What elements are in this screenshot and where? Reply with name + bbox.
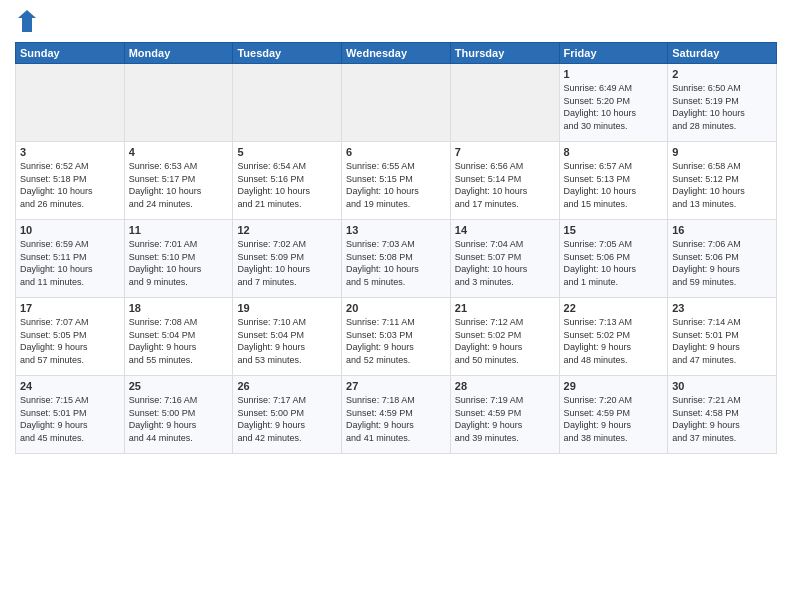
logo-icon (18, 10, 36, 36)
calendar-cell: 25Sunrise: 7:16 AM Sunset: 5:00 PM Dayli… (124, 376, 233, 454)
day-number: 16 (672, 224, 772, 236)
day-number: 24 (20, 380, 120, 392)
calendar-cell: 18Sunrise: 7:08 AM Sunset: 5:04 PM Dayli… (124, 298, 233, 376)
day-number: 27 (346, 380, 446, 392)
calendar-cell: 9Sunrise: 6:58 AM Sunset: 5:12 PM Daylig… (668, 142, 777, 220)
day-info: Sunrise: 6:55 AM Sunset: 5:15 PM Dayligh… (346, 160, 446, 210)
calendar-cell: 15Sunrise: 7:05 AM Sunset: 5:06 PM Dayli… (559, 220, 668, 298)
calendar-cell: 5Sunrise: 6:54 AM Sunset: 5:16 PM Daylig… (233, 142, 342, 220)
day-number: 5 (237, 146, 337, 158)
day-number: 9 (672, 146, 772, 158)
day-info: Sunrise: 7:08 AM Sunset: 5:04 PM Dayligh… (129, 316, 229, 366)
calendar-cell (342, 64, 451, 142)
calendar-cell: 3Sunrise: 6:52 AM Sunset: 5:18 PM Daylig… (16, 142, 125, 220)
calendar-cell: 11Sunrise: 7:01 AM Sunset: 5:10 PM Dayli… (124, 220, 233, 298)
weekday-header-sunday: Sunday (16, 43, 125, 64)
day-info: Sunrise: 7:06 AM Sunset: 5:06 PM Dayligh… (672, 238, 772, 288)
day-info: Sunrise: 7:20 AM Sunset: 4:59 PM Dayligh… (564, 394, 664, 444)
calendar-cell: 16Sunrise: 7:06 AM Sunset: 5:06 PM Dayli… (668, 220, 777, 298)
day-number: 1 (564, 68, 664, 80)
day-number: 17 (20, 302, 120, 314)
calendar-cell (450, 64, 559, 142)
day-number: 15 (564, 224, 664, 236)
day-number: 12 (237, 224, 337, 236)
day-number: 13 (346, 224, 446, 236)
day-info: Sunrise: 7:19 AM Sunset: 4:59 PM Dayligh… (455, 394, 555, 444)
day-info: Sunrise: 6:54 AM Sunset: 5:16 PM Dayligh… (237, 160, 337, 210)
calendar-cell: 12Sunrise: 7:02 AM Sunset: 5:09 PM Dayli… (233, 220, 342, 298)
day-info: Sunrise: 6:50 AM Sunset: 5:19 PM Dayligh… (672, 82, 772, 132)
day-info: Sunrise: 6:57 AM Sunset: 5:13 PM Dayligh… (564, 160, 664, 210)
svg-marker-0 (18, 10, 36, 32)
calendar-cell: 10Sunrise: 6:59 AM Sunset: 5:11 PM Dayli… (16, 220, 125, 298)
calendar-cell: 26Sunrise: 7:17 AM Sunset: 5:00 PM Dayli… (233, 376, 342, 454)
calendar-week-3: 10Sunrise: 6:59 AM Sunset: 5:11 PM Dayli… (16, 220, 777, 298)
calendar-cell: 23Sunrise: 7:14 AM Sunset: 5:01 PM Dayli… (668, 298, 777, 376)
day-number: 14 (455, 224, 555, 236)
weekday-header-tuesday: Tuesday (233, 43, 342, 64)
calendar-cell (233, 64, 342, 142)
day-number: 8 (564, 146, 664, 158)
day-info: Sunrise: 7:05 AM Sunset: 5:06 PM Dayligh… (564, 238, 664, 288)
calendar-table: SundayMondayTuesdayWednesdayThursdayFrid… (15, 42, 777, 454)
calendar-cell: 8Sunrise: 6:57 AM Sunset: 5:13 PM Daylig… (559, 142, 668, 220)
calendar-cell: 20Sunrise: 7:11 AM Sunset: 5:03 PM Dayli… (342, 298, 451, 376)
day-number: 2 (672, 68, 772, 80)
day-info: Sunrise: 7:12 AM Sunset: 5:02 PM Dayligh… (455, 316, 555, 366)
calendar-cell: 4Sunrise: 6:53 AM Sunset: 5:17 PM Daylig… (124, 142, 233, 220)
weekday-header-thursday: Thursday (450, 43, 559, 64)
day-info: Sunrise: 6:56 AM Sunset: 5:14 PM Dayligh… (455, 160, 555, 210)
calendar-cell: 28Sunrise: 7:19 AM Sunset: 4:59 PM Dayli… (450, 376, 559, 454)
calendar-cell: 19Sunrise: 7:10 AM Sunset: 5:04 PM Dayli… (233, 298, 342, 376)
day-info: Sunrise: 7:11 AM Sunset: 5:03 PM Dayligh… (346, 316, 446, 366)
calendar-cell: 24Sunrise: 7:15 AM Sunset: 5:01 PM Dayli… (16, 376, 125, 454)
weekday-header-saturday: Saturday (668, 43, 777, 64)
day-number: 30 (672, 380, 772, 392)
day-info: Sunrise: 7:18 AM Sunset: 4:59 PM Dayligh… (346, 394, 446, 444)
day-number: 10 (20, 224, 120, 236)
day-info: Sunrise: 7:13 AM Sunset: 5:02 PM Dayligh… (564, 316, 664, 366)
calendar-week-5: 24Sunrise: 7:15 AM Sunset: 5:01 PM Dayli… (16, 376, 777, 454)
day-number: 26 (237, 380, 337, 392)
day-number: 18 (129, 302, 229, 314)
logo (15, 14, 36, 36)
day-info: Sunrise: 7:14 AM Sunset: 5:01 PM Dayligh… (672, 316, 772, 366)
day-number: 3 (20, 146, 120, 158)
weekday-header-wednesday: Wednesday (342, 43, 451, 64)
day-number: 19 (237, 302, 337, 314)
calendar-cell: 29Sunrise: 7:20 AM Sunset: 4:59 PM Dayli… (559, 376, 668, 454)
calendar-cell: 1Sunrise: 6:49 AM Sunset: 5:20 PM Daylig… (559, 64, 668, 142)
weekday-header-monday: Monday (124, 43, 233, 64)
day-info: Sunrise: 7:15 AM Sunset: 5:01 PM Dayligh… (20, 394, 120, 444)
calendar-cell: 2Sunrise: 6:50 AM Sunset: 5:19 PM Daylig… (668, 64, 777, 142)
day-info: Sunrise: 7:21 AM Sunset: 4:58 PM Dayligh… (672, 394, 772, 444)
calendar-cell: 30Sunrise: 7:21 AM Sunset: 4:58 PM Dayli… (668, 376, 777, 454)
day-number: 4 (129, 146, 229, 158)
day-info: Sunrise: 7:10 AM Sunset: 5:04 PM Dayligh… (237, 316, 337, 366)
day-info: Sunrise: 6:58 AM Sunset: 5:12 PM Dayligh… (672, 160, 772, 210)
calendar-cell: 21Sunrise: 7:12 AM Sunset: 5:02 PM Dayli… (450, 298, 559, 376)
day-info: Sunrise: 7:02 AM Sunset: 5:09 PM Dayligh… (237, 238, 337, 288)
calendar-week-1: 1Sunrise: 6:49 AM Sunset: 5:20 PM Daylig… (16, 64, 777, 142)
calendar-cell: 14Sunrise: 7:04 AM Sunset: 5:07 PM Dayli… (450, 220, 559, 298)
calendar-cell: 6Sunrise: 6:55 AM Sunset: 5:15 PM Daylig… (342, 142, 451, 220)
day-number: 21 (455, 302, 555, 314)
calendar-cell (16, 64, 125, 142)
calendar-week-4: 17Sunrise: 7:07 AM Sunset: 5:05 PM Dayli… (16, 298, 777, 376)
weekday-header-row: SundayMondayTuesdayWednesdayThursdayFrid… (16, 43, 777, 64)
day-info: Sunrise: 7:04 AM Sunset: 5:07 PM Dayligh… (455, 238, 555, 288)
calendar-cell: 27Sunrise: 7:18 AM Sunset: 4:59 PM Dayli… (342, 376, 451, 454)
day-info: Sunrise: 6:52 AM Sunset: 5:18 PM Dayligh… (20, 160, 120, 210)
day-info: Sunrise: 7:07 AM Sunset: 5:05 PM Dayligh… (20, 316, 120, 366)
calendar-cell: 22Sunrise: 7:13 AM Sunset: 5:02 PM Dayli… (559, 298, 668, 376)
calendar-cell (124, 64, 233, 142)
day-info: Sunrise: 7:03 AM Sunset: 5:08 PM Dayligh… (346, 238, 446, 288)
calendar-cell: 13Sunrise: 7:03 AM Sunset: 5:08 PM Dayli… (342, 220, 451, 298)
day-number: 11 (129, 224, 229, 236)
day-info: Sunrise: 7:01 AM Sunset: 5:10 PM Dayligh… (129, 238, 229, 288)
day-number: 23 (672, 302, 772, 314)
weekday-header-friday: Friday (559, 43, 668, 64)
calendar-cell: 17Sunrise: 7:07 AM Sunset: 5:05 PM Dayli… (16, 298, 125, 376)
calendar-cell: 7Sunrise: 6:56 AM Sunset: 5:14 PM Daylig… (450, 142, 559, 220)
day-info: Sunrise: 7:16 AM Sunset: 5:00 PM Dayligh… (129, 394, 229, 444)
